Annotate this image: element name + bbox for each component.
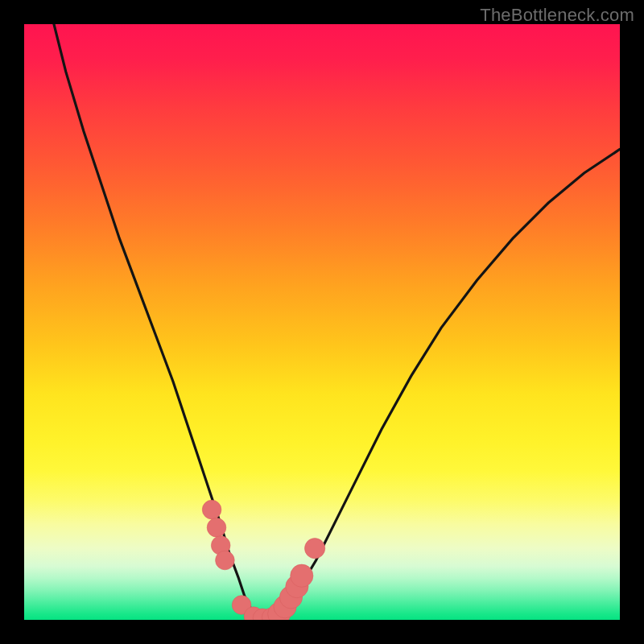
chart-frame: TheBottleneck.com [0, 0, 644, 644]
curve-marker [216, 551, 235, 570]
chart-svg [24, 24, 620, 620]
curve-markers [202, 500, 324, 620]
curve-marker [207, 518, 226, 538]
curve-marker [305, 539, 325, 559]
bottleneck-curve [54, 24, 620, 620]
curve-marker [202, 500, 221, 519]
plot-area [24, 24, 620, 620]
watermark-text: TheBottleneck.com [480, 5, 634, 26]
curve-marker [291, 564, 313, 587]
